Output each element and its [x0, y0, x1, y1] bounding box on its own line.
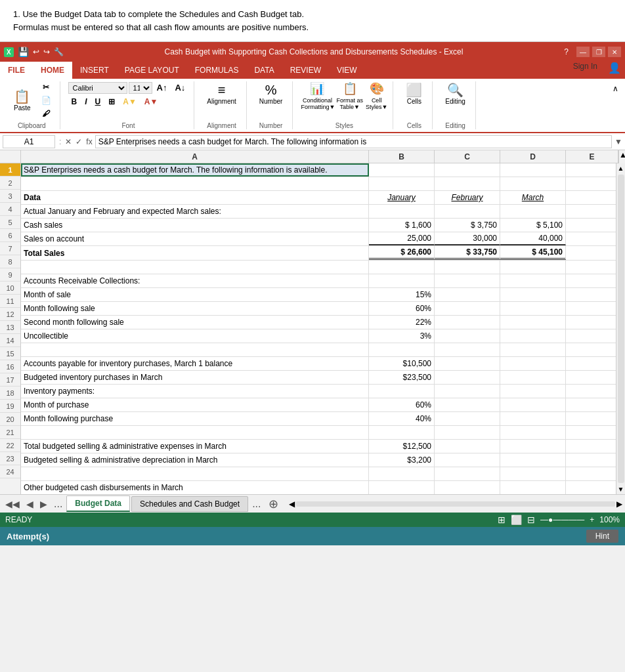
cell-d5[interactable]: $ 5,100	[500, 219, 566, 232]
font-family-select[interactable]: Calibri	[68, 82, 127, 94]
cell-a5[interactable]: Cash sales	[21, 219, 369, 232]
cell-d12[interactable]	[500, 316, 566, 329]
hscroll-left[interactable]: ◀	[289, 499, 295, 509]
cell-b24[interactable]	[369, 481, 435, 494]
cell-b1[interactable]	[369, 163, 435, 177]
tab-file[interactable]: FILE	[0, 62, 33, 79]
cell-e4[interactable]	[566, 205, 616, 218]
cell-b6[interactable]: 25,000	[369, 232, 435, 245]
row-num-17[interactable]: 17	[0, 373, 20, 387]
cell-e6[interactable]	[566, 232, 616, 245]
add-sheet-button[interactable]: ⊕	[265, 497, 282, 511]
tab-page-layout[interactable]: PAGE LAYOUT	[117, 62, 187, 79]
cell-a3[interactable]: Data	[21, 191, 369, 204]
cell-a13[interactable]: Uncollectible	[21, 329, 369, 343]
row-num-5[interactable]: 5	[0, 216, 20, 229]
cell-c19[interactable]	[435, 412, 500, 425]
col-header-a[interactable]: A	[21, 150, 369, 163]
cell-b12[interactable]: 22%	[369, 316, 435, 329]
scroll-up-button[interactable]: ▲	[616, 163, 625, 173]
qa-icon[interactable]: 🔧	[54, 47, 64, 56]
cell-b4[interactable]	[369, 205, 435, 218]
save-icon[interactable]: 💾	[18, 47, 29, 57]
cell-a21[interactable]: Total budgeted selling & administrative …	[21, 440, 369, 453]
zoom-plus-icon[interactable]: +	[590, 515, 594, 524]
tab-nav-prev[interactable]: ◀	[24, 499, 36, 509]
cell-e17[interactable]	[566, 385, 616, 398]
cell-b23[interactable]	[369, 467, 435, 480]
italic-button[interactable]: I	[81, 96, 90, 108]
cell-d14[interactable]	[500, 343, 566, 356]
cell-e18[interactable]	[566, 398, 616, 411]
formula-expand-icon[interactable]: ▼	[614, 137, 622, 146]
row-num-15[interactable]: 15	[0, 347, 20, 360]
cell-c14[interactable]	[435, 343, 500, 356]
cell-b17[interactable]	[369, 385, 435, 398]
tab-nav-first[interactable]: ◀◀	[3, 499, 22, 509]
zoom-slider[interactable]: —●————	[540, 515, 584, 524]
col-header-e[interactable]: E	[566, 150, 618, 163]
cell-c12[interactable]	[435, 316, 500, 329]
row-num-3[interactable]: 3	[0, 190, 20, 203]
cell-d3[interactable]: March	[500, 191, 566, 204]
tab-formulas[interactable]: FORMULAS	[187, 62, 247, 79]
cell-d8[interactable]	[500, 261, 566, 274]
tab-insert[interactable]: INSERT	[72, 62, 117, 79]
tab-review[interactable]: REVIEW	[282, 62, 329, 79]
cell-c7[interactable]: $ 33,750	[435, 246, 500, 260]
fill-color-button[interactable]: A▼	[119, 96, 140, 108]
cell-a20[interactable]	[21, 426, 369, 439]
restore-button[interactable]: ❐	[592, 47, 605, 57]
cell-d1[interactable]	[500, 163, 566, 177]
paste-button[interactable]: 📋 Paste	[9, 88, 35, 114]
col-header-c[interactable]: C	[435, 150, 500, 163]
cell-a11[interactable]: Month following sale	[21, 302, 369, 315]
vertical-scrollbar[interactable]: ▲ ▼	[616, 163, 625, 494]
cell-d2[interactable]	[500, 177, 566, 190]
cell-c24[interactable]	[435, 481, 500, 494]
cell-e23[interactable]	[566, 467, 616, 480]
cell-b9[interactable]	[369, 274, 435, 287]
cell-c20[interactable]	[435, 426, 500, 439]
alignment-button[interactable]: ≡ Alignment	[202, 81, 240, 107]
row-num-9[interactable]: 9	[0, 268, 20, 282]
row-num-16[interactable]: 16	[0, 360, 20, 373]
confirm-formula-icon[interactable]: ✓	[75, 137, 82, 146]
cell-e11[interactable]	[566, 302, 616, 315]
row-num-4[interactable]: 4	[0, 203, 20, 216]
cell-d7[interactable]: $ 45,100	[500, 246, 566, 260]
cell-d16[interactable]	[500, 371, 566, 384]
cell-e1[interactable]	[566, 163, 616, 177]
close-button[interactable]: ✕	[608, 47, 621, 57]
cell-a15[interactable]: Accounts payable for inventory purchases…	[21, 357, 369, 370]
collapse-ribbon-button[interactable]: ∧	[610, 81, 621, 129]
row-num-1[interactable]: 1	[0, 163, 20, 177]
underline-button[interactable]: U	[92, 96, 104, 108]
cell-a9[interactable]: Accounts Receivable Collections:	[21, 274, 369, 287]
tab-home[interactable]: HOME	[33, 62, 72, 79]
copy-button[interactable]: 📄	[38, 94, 54, 106]
tab-data[interactable]: DATA	[246, 62, 282, 79]
cell-e3[interactable]	[566, 191, 616, 204]
cell-d20[interactable]	[500, 426, 566, 439]
horizontal-scrollbar[interactable]	[296, 501, 615, 507]
font-size-select[interactable]: 11	[129, 82, 152, 94]
cell-a18[interactable]: Month of purchase	[21, 398, 369, 411]
cell-b21[interactable]: $12,500	[369, 440, 435, 453]
hscroll-right[interactable]: ▶	[616, 499, 622, 509]
cell-d24[interactable]	[500, 481, 566, 494]
cell-d6[interactable]: 40,000	[500, 232, 566, 245]
row-num-22[interactable]: 22	[0, 439, 20, 452]
cell-c22[interactable]	[435, 453, 500, 467]
minimize-button[interactable]: —	[576, 47, 590, 57]
sheet-tab-budget-data[interactable]: Budget Data	[66, 495, 130, 512]
cell-e14[interactable]	[566, 343, 616, 356]
cell-c21[interactable]	[435, 440, 500, 453]
cell-a12[interactable]: Second month following sale	[21, 316, 369, 329]
cell-b22[interactable]: $3,200	[369, 453, 435, 467]
tab-dots-right[interactable]: ...	[249, 498, 263, 510]
row-num-18[interactable]: 18	[0, 387, 20, 400]
row-num-23[interactable]: 23	[0, 452, 20, 465]
cell-c1[interactable]	[435, 163, 500, 177]
row-num-8[interactable]: 8	[0, 255, 20, 268]
